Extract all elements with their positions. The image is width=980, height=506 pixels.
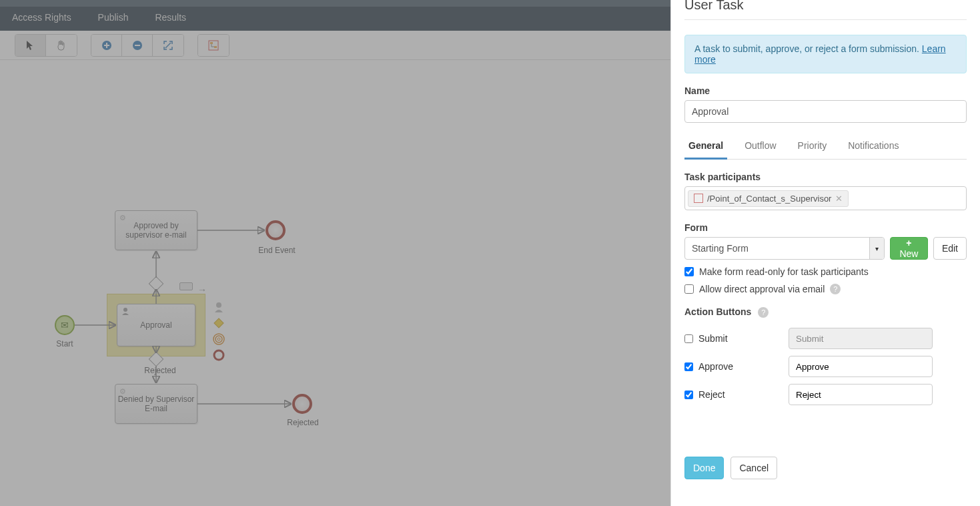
cursor-icon: [26, 40, 35, 51]
plus-icon: +: [906, 238, 911, 248]
approval-task-label: Approval: [140, 320, 171, 330]
palette-timer-icon[interactable]: [212, 332, 225, 346]
approved-task-node[interactable]: ⚙ Approved by supervisor e-mail: [115, 210, 197, 250]
participants-label: Task participants: [684, 172, 967, 182]
new-form-button[interactable]: + New form: [890, 237, 928, 260]
rejected-end-label: Rejected: [282, 418, 324, 427]
gateway-rejected-label: Rejected: [140, 366, 180, 375]
action-buttons-label: Action Buttons: [684, 306, 751, 317]
user-task-panel: User Task A task to submit, approve, or …: [670, 0, 980, 506]
info-box: A task to submit, approve, or reject a f…: [684, 35, 967, 73]
end-event-label: End Event: [254, 246, 300, 255]
info-text: A task to submit, approve, or reject a f…: [694, 43, 922, 54]
submit-checkbox[interactable]: [684, 334, 693, 343]
reject-action-label: Reject: [698, 389, 725, 400]
done-button[interactable]: Done: [684, 457, 724, 479]
panel-tabs: General Outflow Priority Notifications: [684, 135, 967, 160]
approve-text-input[interactable]: [789, 356, 933, 377]
readonly-checkbox-label: Make form read-only for task participant…: [699, 266, 869, 277]
workflow-canvas[interactable]: ✉ Start Approval ⚙ Approved by superviso…: [0, 60, 670, 506]
denied-task-label: Denied by Supervisor E-mail: [115, 395, 197, 414]
fit-screen-button[interactable]: [153, 35, 183, 56]
help-icon[interactable]: ?: [830, 284, 841, 294]
panel-title: User Task: [684, 0, 967, 20]
start-event[interactable]: ✉: [55, 315, 75, 335]
expand-icon: [163, 41, 173, 50]
approval-task-node[interactable]: Approval: [117, 304, 195, 346]
plus-circle-icon: [101, 40, 112, 51]
end-event-rejected[interactable]: [292, 394, 312, 414]
edit-form-button[interactable]: Edit: [933, 237, 967, 260]
participant-token-text: /Point_of_Contact_s_Supervisor: [707, 194, 831, 204]
tab-priority[interactable]: Priority: [794, 135, 831, 160]
name-label: Name: [684, 85, 967, 96]
tab-general[interactable]: General: [684, 135, 727, 160]
svg-point-10: [215, 336, 222, 342]
submit-action-label: Submit: [698, 333, 728, 344]
gear-icon: ⚙: [119, 387, 126, 396]
zoom-out-button[interactable]: [122, 35, 153, 56]
end-event-approved[interactable]: [266, 220, 286, 240]
arrow-right-icon: →: [197, 284, 207, 295]
hand-icon: [56, 40, 67, 51]
remove-token-icon[interactable]: ✕: [835, 194, 843, 204]
help-icon[interactable]: ?: [758, 307, 769, 318]
field-icon: [694, 194, 703, 203]
participants-input[interactable]: /Point_of_Contact_s_Supervisor ✕: [684, 186, 967, 210]
denied-task-node[interactable]: ⚙ Denied by Supervisor E-mail: [115, 384, 197, 424]
approve-action-label: Approve: [698, 361, 733, 372]
envelope-icon: ✉: [61, 320, 69, 330]
svg-point-6: [123, 308, 127, 312]
pointer-tool[interactable]: [15, 35, 46, 56]
direct-approval-checkbox[interactable]: [684, 284, 694, 294]
pan-tool[interactable]: [46, 35, 77, 56]
gear-icon: ⚙: [119, 214, 126, 222]
form-select[interactable]: Starting Form: [684, 237, 885, 260]
readonly-checkbox[interactable]: [684, 267, 694, 276]
reject-text-input[interactable]: [789, 384, 933, 405]
nav-results[interactable]: Results: [143, 7, 198, 28]
tab-outflow[interactable]: Outflow: [741, 135, 780, 160]
tab-notifications[interactable]: Notifications: [844, 135, 903, 160]
palette-gateway-icon[interactable]: [212, 316, 225, 330]
approved-task-label: Approved by supervisor e-mail: [115, 221, 197, 240]
reject-checkbox[interactable]: [684, 391, 693, 399]
svg-rect-5: [214, 46, 217, 48]
palette-end-event-icon[interactable]: [212, 348, 225, 362]
minimap-button[interactable]: [198, 35, 229, 56]
zoom-in-button[interactable]: [91, 35, 122, 56]
svg-rect-4: [210, 42, 213, 44]
participant-token[interactable]: /Point_of_Contact_s_Supervisor ✕: [688, 190, 849, 207]
svg-line-2: [165, 43, 171, 48]
submit-text-input: [789, 328, 933, 349]
gateway-top[interactable]: [149, 276, 164, 292]
cancel-button[interactable]: Cancel: [730, 457, 777, 479]
direct-approval-label: Allow direct approval via email: [699, 284, 825, 294]
approve-checkbox[interactable]: [684, 362, 693, 371]
nav-access-rights[interactable]: Access Rights: [0, 7, 83, 28]
user-icon: [121, 307, 129, 317]
minus-circle-icon: [132, 40, 143, 51]
form-label: Form: [684, 222, 967, 233]
nav-publish[interactable]: Publish: [86, 7, 141, 28]
svg-rect-8: [214, 318, 223, 328]
palette-user-task-icon[interactable]: [212, 300, 225, 314]
process-icon: [208, 40, 219, 51]
name-input[interactable]: [684, 100, 967, 123]
drag-hint-node[interactable]: [179, 282, 193, 290]
svg-point-7: [216, 302, 221, 308]
start-event-label: Start: [49, 339, 80, 348]
svg-point-11: [217, 338, 220, 340]
svg-point-12: [214, 350, 223, 360]
